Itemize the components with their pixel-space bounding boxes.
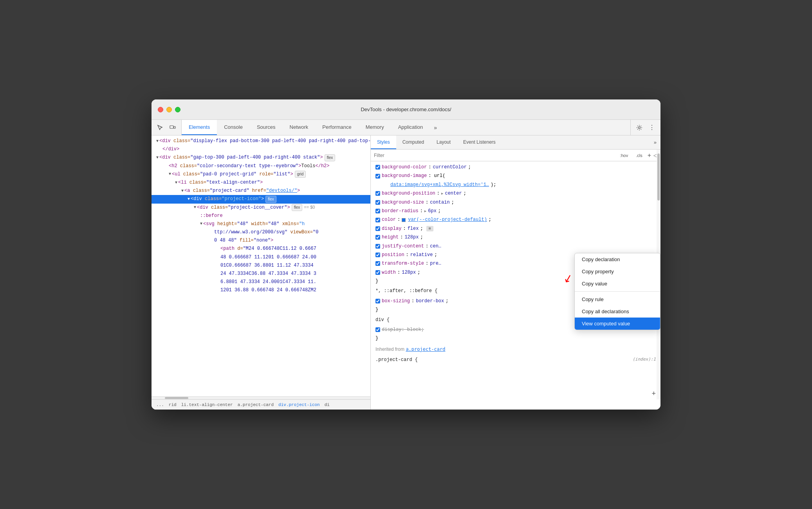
- color-swatch[interactable]: [402, 218, 406, 222]
- flex-badge[interactable]: flex: [292, 204, 303, 211]
- css-checkbox[interactable]: [375, 235, 380, 240]
- css-checkbox[interactable]: [375, 191, 380, 196]
- css-checkbox[interactable]: [375, 174, 380, 179]
- tab-computed[interactable]: Computed: [396, 135, 430, 149]
- css-checkbox[interactable]: [375, 327, 380, 332]
- add-style-button[interactable]: +: [648, 152, 651, 159]
- more-style-tabs[interactable]: »: [650, 135, 660, 149]
- dom-panel: <div class="display-flex pad-bottom-300 …: [152, 135, 371, 410]
- svg-rect-0: [170, 126, 173, 128]
- dom-line[interactable]: 1201 36.88 0.666748 24 0.666748ZM2: [152, 286, 370, 294]
- breadcrumb-di[interactable]: di: [323, 402, 331, 408]
- breadcrumb-rid[interactable]: rid: [167, 402, 178, 408]
- flex-badge[interactable]: flex: [265, 196, 276, 203]
- horizontal-scrollbar[interactable]: [152, 396, 370, 399]
- more-options-icon[interactable]: ⋮: [646, 122, 657, 133]
- css-prop-color[interactable]: color: var(--color-project-default);: [371, 215, 660, 224]
- css-checkbox[interactable]: [375, 299, 380, 303]
- expand-icon[interactable]: [156, 155, 159, 161]
- filter-input[interactable]: [374, 153, 615, 158]
- css-prop-height[interactable]: height: 128px;: [371, 233, 660, 242]
- tab-performance[interactable]: Performance: [315, 120, 358, 135]
- css-prop-justify-content[interactable]: justify-content: cen…: [371, 242, 660, 251]
- tab-layout[interactable]: Layout: [430, 135, 457, 149]
- grid-editor-icon[interactable]: ⊞: [426, 226, 433, 231]
- dom-line[interactable]: <div class="display-flex pad-bottom-300 …: [152, 137, 370, 145]
- expand-icon[interactable]: [188, 196, 190, 202]
- expand-icon[interactable]: [156, 138, 159, 144]
- css-checkbox[interactable]: [375, 226, 380, 231]
- cls-button[interactable]: .cls: [633, 152, 645, 159]
- dom-line[interactable]: </div>: [152, 145, 370, 153]
- css-checkbox[interactable]: [375, 270, 380, 275]
- css-checkbox[interactable]: [375, 200, 380, 205]
- breadcrumb-dots[interactable]: ...: [155, 402, 166, 408]
- css-prop-border-radius[interactable]: border-radius: 6px;: [371, 207, 660, 215]
- css-checkbox[interactable]: [375, 244, 380, 249]
- css-prop-background-size[interactable]: background-size: contain;: [371, 198, 660, 207]
- hov-button[interactable]: :hov: [617, 152, 631, 159]
- breadcrumb-div-icon[interactable]: div.project-icon: [277, 402, 321, 408]
- context-copy-value[interactable]: Copy value: [575, 278, 660, 290]
- tab-styles[interactable]: Styles: [371, 135, 396, 149]
- flex-badge[interactable]: flex: [325, 154, 336, 161]
- css-checkbox[interactable]: [375, 218, 380, 222]
- tab-sources[interactable]: Sources: [250, 120, 283, 135]
- dom-line[interactable]: <div class="gap-top-300 pad-left-400 pad…: [152, 153, 370, 162]
- expand-icon[interactable]: [169, 171, 171, 177]
- dom-line-selected[interactable]: <div class="project-icon"> flex: [152, 195, 370, 203]
- css-checkbox[interactable]: [375, 261, 380, 266]
- dom-line[interactable]: ::before: [152, 212, 370, 220]
- context-copy-rule[interactable]: Copy rule: [575, 293, 660, 305]
- css-prop-background-color[interactable]: background-color: currentColor;: [371, 163, 660, 171]
- more-tabs-button[interactable]: »: [430, 120, 441, 135]
- breadcrumb-li[interactable]: li.text-align-center: [180, 402, 235, 408]
- context-copy-all-declarations[interactable]: Copy all declarations: [575, 305, 660, 318]
- css-prop-background-image[interactable]: background-image: url(: [371, 171, 660, 180]
- dom-line[interactable]: <li class="text-align-center">: [152, 179, 370, 187]
- css-prop-background-position[interactable]: background-position: center;: [371, 189, 660, 198]
- tab-network[interactable]: Network: [283, 120, 316, 135]
- css-prop-display[interactable]: display: flex; ⊞: [371, 224, 660, 233]
- minimize-button[interactable]: [166, 107, 172, 112]
- css-checkbox[interactable]: [375, 253, 380, 257]
- tab-memory[interactable]: Memory: [359, 120, 391, 135]
- fullscreen-button[interactable]: [175, 107, 180, 112]
- device-mode-icon[interactable]: [167, 122, 178, 133]
- grid-badge[interactable]: grid: [295, 171, 306, 178]
- dom-content[interactable]: <div class="display-flex pad-bottom-300 …: [152, 135, 370, 396]
- dom-line[interactable]: <h2 class="color-secondary-text type--ey…: [152, 162, 370, 170]
- expand-icon[interactable]: [194, 204, 196, 211]
- breadcrumb-a[interactable]: a.project-card: [236, 402, 275, 408]
- dom-line[interactable]: <path d="M24 0.666748C11.12 0.6667: [152, 245, 370, 253]
- dom-line[interactable]: 24 47.3334C36.88 47.3334 47.3334 3: [152, 270, 370, 278]
- expand-icon[interactable]: [200, 221, 202, 227]
- expand-icon[interactable]: [175, 180, 177, 186]
- expand-icon[interactable]: [181, 188, 184, 194]
- context-copy-property[interactable]: Copy property: [575, 265, 660, 278]
- tab-application[interactable]: Application: [391, 120, 430, 135]
- dom-line[interactable]: 6.8801 47.3334 24.0001C47.3334 11.: [152, 278, 370, 286]
- dom-line[interactable]: <a class="project-card" href="devtools/"…: [152, 187, 370, 195]
- tab-event-listeners[interactable]: Event Listeners: [457, 135, 502, 149]
- tab-elements[interactable]: Elements: [182, 120, 217, 135]
- context-copy-declaration[interactable]: Copy declaration: [575, 253, 660, 265]
- dom-line[interactable]: ttp://www.w3.org/2000/svg" viewBox="0: [152, 228, 370, 236]
- titlebar: DevTools - developer.chrome.com/docs/: [152, 99, 660, 120]
- dom-line[interactable]: <div class="project-icon__cover"> flex =…: [152, 204, 370, 212]
- dom-line[interactable]: <svg height="48" width="48" xmlns="h: [152, 220, 370, 228]
- css-checkbox[interactable]: [375, 209, 380, 213]
- add-rule-button[interactable]: +: [651, 390, 656, 398]
- settings-icon[interactable]: [634, 122, 645, 133]
- inherited-link[interactable]: a.project-card: [406, 347, 445, 352]
- dom-line[interactable]: 0 48 48" fill="none">: [152, 236, 370, 245]
- inspect-icon[interactable]: [155, 122, 166, 133]
- context-view-computed[interactable]: View computed value: [575, 318, 660, 330]
- close-button[interactable]: [158, 107, 163, 112]
- dom-line[interactable]: 01C0.666687 36.8801 11.12 47.3334: [152, 262, 370, 270]
- dom-line[interactable]: 48 0.666687 11.1201 0.666687 24.00: [152, 253, 370, 262]
- css-checkbox[interactable]: [375, 165, 380, 170]
- dom-line[interactable]: <ul class="pad-0 project-grid" role="lis…: [152, 170, 370, 179]
- main-content: <div class="display-flex pad-bottom-300 …: [152, 135, 660, 410]
- tab-console[interactable]: Console: [217, 120, 250, 135]
